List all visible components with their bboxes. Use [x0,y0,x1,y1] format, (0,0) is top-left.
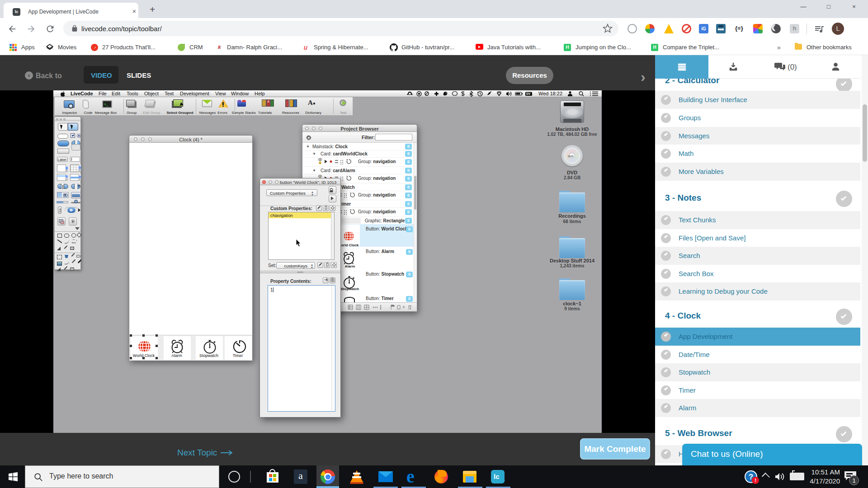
svg-text:DV: DV [526,92,531,95]
